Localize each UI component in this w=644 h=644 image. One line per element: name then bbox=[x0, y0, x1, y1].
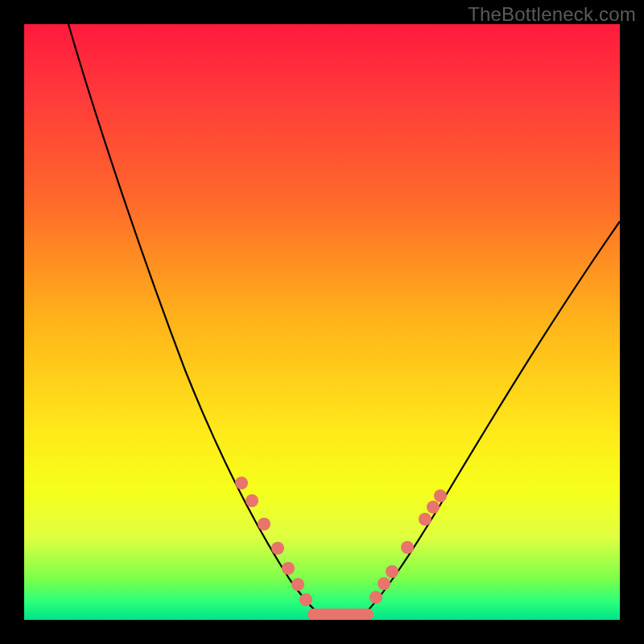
left-marker-3 bbox=[258, 518, 270, 530]
right-marker-6 bbox=[427, 501, 440, 514]
left-marker-2 bbox=[246, 494, 258, 507]
left-marker-5 bbox=[282, 562, 295, 575]
left-marker-7 bbox=[299, 593, 312, 606]
left-marker-6 bbox=[291, 578, 304, 591]
right-marker-7 bbox=[434, 489, 447, 502]
chart-svg bbox=[24, 24, 620, 620]
watermark-text: TheBottleneck.com bbox=[468, 3, 636, 26]
right-marker-1 bbox=[369, 591, 382, 604]
right-curve bbox=[362, 221, 620, 616]
right-marker-4 bbox=[401, 541, 414, 554]
left-marker-1 bbox=[235, 477, 248, 489]
valley-floor bbox=[308, 609, 374, 620]
right-marker-5 bbox=[419, 513, 431, 526]
left-curve bbox=[68, 24, 322, 616]
right-marker-2 bbox=[378, 577, 390, 590]
left-marker-4 bbox=[271, 542, 284, 555]
chart-frame: TheBottleneck.com bbox=[0, 0, 644, 644]
plot-area bbox=[24, 24, 620, 620]
right-marker-3 bbox=[386, 565, 398, 578]
